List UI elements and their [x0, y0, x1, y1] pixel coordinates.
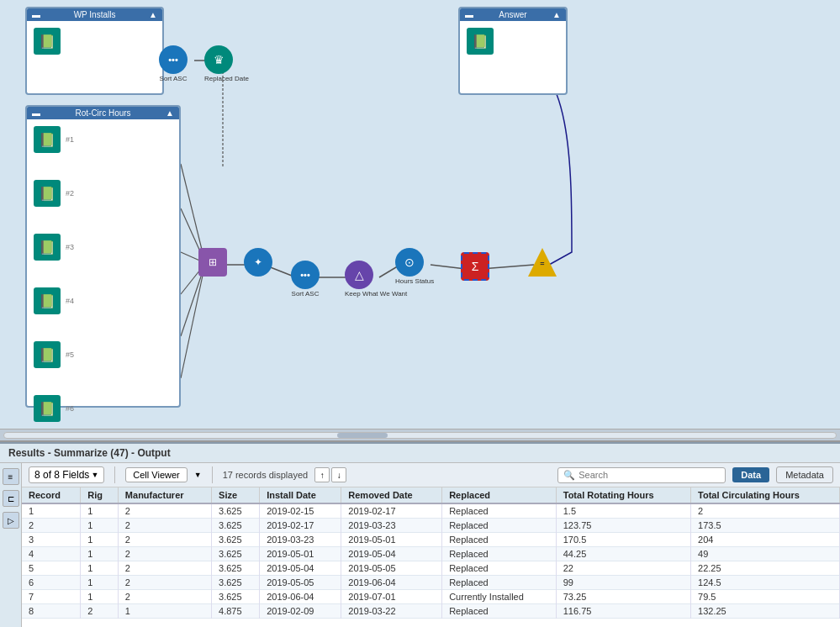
replaced-date-node[interactable]: ♛ [204, 45, 233, 74]
cell-row1-col3: 3.625 [212, 519, 260, 533]
rot-circ-row-4: 📗 #4 [34, 287, 172, 314]
sort-asc-2-node[interactable]: ••• [291, 261, 320, 289]
table-row: 3123.6252019-03-232019-05-01Replaced170.… [22, 533, 840, 547]
cell-row5-col3: 3.625 [212, 576, 260, 590]
rot-circ-row-2: 📗 #2 [34, 180, 172, 207]
cell-row4-col2: 2 [118, 561, 211, 576]
col-total-rotating: Total Rotating Hours [556, 487, 690, 503]
answer-node[interactable]: ▬ Answer ▲ 📗 [458, 7, 568, 95]
wp-installs-title-bar: ▬ WP Installs ▲ [27, 8, 162, 21]
cell-row6-col7: 73.25 [556, 590, 690, 604]
join-group: = [528, 248, 557, 277]
cell-row6-col5: 2019-07-01 [341, 590, 442, 604]
data-button[interactable]: Data [732, 467, 769, 482]
table-row: 7123.6252019-06-042019-07-01Currently In… [22, 590, 840, 604]
rot-circ-book-5: 📗 [34, 341, 61, 368]
search-input[interactable] [578, 470, 720, 480]
answer-collapse[interactable]: ▲ [552, 10, 561, 19]
cell-row4-col1: 1 [81, 561, 119, 576]
sort-up-button[interactable]: ↑ [314, 467, 330, 482]
summarize-node[interactable]: Σ [461, 252, 489, 281]
sort-down-button[interactable]: ↓ [331, 467, 346, 482]
cell-row2-col5: 2019-05-01 [341, 533, 442, 547]
results-side-panel: ≡ ⊏ ▷ [0, 463, 22, 627]
col-manufacturer: Manufacturer [118, 487, 211, 503]
cell-row5-col1: 1 [81, 576, 119, 590]
results-table-container[interactable]: Record Rig Manufacturer Size Install Dat… [22, 487, 840, 627]
rot-circ-title-icon: ▬ [32, 108, 40, 118]
results-title-bar: Results - Summarize (47) - Output [0, 444, 840, 463]
cell-row0-col5: 2019-02-17 [341, 503, 442, 519]
rot-circ-node[interactable]: ▬ Rot-Circ Hours ▲ 📗 #1 📗 #2 📗 #3 📗 #4 [25, 105, 181, 408]
col-removed-date: Removed Date [341, 487, 442, 503]
keep-what-node[interactable]: △ [345, 261, 373, 289]
col-rig: Rig [81, 487, 119, 503]
cell-row6-col6: Currently Installed [442, 590, 557, 604]
replaced-date-group: ♛ Replaced Date [204, 45, 249, 82]
cell-row7-col2: 1 [118, 604, 211, 619]
cell-row3-col3: 3.625 [212, 547, 260, 561]
results-icon-menu[interactable]: ≡ [3, 468, 19, 485]
results-toolbar: 8 of 8 Fields ▼ Cell Viewer ▼ 17 records… [22, 463, 840, 487]
cell-viewer-button[interactable]: Cell Viewer [125, 467, 187, 482]
cell-row0-col4: 2019-02-15 [260, 503, 341, 519]
table-row: 2123.6252019-02-172019-03-23Replaced123.… [22, 519, 840, 533]
table-row: 4123.6252019-05-012019-05-04Replaced44.2… [22, 547, 840, 561]
cell-row7-col6: Replaced [442, 604, 557, 619]
rot-circ-row-5: 📗 #5 [34, 341, 172, 368]
fields-selector[interactable]: 8 of 8 Fields ▼ [29, 466, 104, 483]
cell-row6-col2: 2 [118, 590, 211, 604]
toolbar-divider-2 [212, 466, 213, 483]
sort-asc-2-group: ••• Sort ASC [291, 261, 320, 298]
rot-circ-row-3: 📗 #3 [34, 234, 172, 261]
hours-status-node[interactable]: ⊙ [395, 248, 424, 277]
fields-label: 8 of 8 Fields [34, 469, 89, 481]
svg-line-2 [181, 164, 203, 256]
canvas-scrollbar-thumb[interactable] [337, 433, 388, 438]
rot-circ-body: 📗 #1 📗 #2 📗 #3 📗 #4 📗 #5 📗 #6 [27, 119, 179, 429]
canvas-scrollbar[interactable] [0, 429, 840, 440]
sort-asc-1-label: Sort ASC [159, 75, 188, 82]
results-icon-select[interactable]: ▷ [3, 512, 19, 529]
answer-book-icon: 📗 [467, 28, 494, 55]
canvas-area: ▬ WP Installs ▲ 📗 ▬ Answer ▲ 📗 ▬ Rot-Cir… [0, 0, 840, 442]
table-row: 5123.6252019-05-042019-05-05Replaced2222… [22, 561, 840, 576]
cell-row2-col2: 2 [118, 533, 211, 547]
cell-row1-col5: 2019-03-23 [341, 519, 442, 533]
radial-node[interactable]: ✦ [244, 248, 272, 277]
cell-row7-col7: 116.75 [556, 604, 690, 619]
svg-line-7 [181, 271, 203, 378]
records-label: 17 records displayed [223, 470, 309, 480]
rot-circ-label-5: #5 [66, 350, 74, 359]
search-box[interactable]: 🔍 [557, 467, 726, 483]
rot-circ-label-1: #1 [66, 135, 74, 144]
union-node[interactable]: ⊞ [198, 248, 227, 277]
rot-circ-collapse[interactable]: ▲ [166, 108, 174, 118]
cell-row2-col7: 170.5 [556, 533, 690, 547]
rot-circ-book-2: 📗 [34, 180, 61, 207]
cell-viewer-arrow[interactable]: ▼ [194, 471, 202, 479]
cell-row4-col6: Replaced [442, 561, 557, 576]
cell-row3-col0: 4 [22, 547, 81, 561]
metadata-button[interactable]: Metadata [776, 466, 833, 483]
join-node[interactable]: = [528, 248, 557, 277]
wp-installs-node[interactable]: ▬ WP Installs ▲ 📗 [25, 7, 164, 95]
canvas-scrollbar-track[interactable] [3, 432, 837, 439]
summarize-group: Σ [461, 252, 489, 281]
wp-installs-title: WP Installs [74, 10, 116, 19]
cell-row0-col7: 1.5 [556, 503, 690, 519]
cell-row4-col4: 2019-05-04 [260, 561, 341, 576]
cell-row5-col2: 2 [118, 576, 211, 590]
cell-row4-col3: 3.625 [212, 561, 260, 576]
rot-circ-label-2: #2 [66, 189, 74, 198]
sort-asc-1-node[interactable]: ••• [159, 45, 188, 74]
wp-installs-collapse[interactable]: ▲ [149, 10, 157, 19]
cell-row1-col4: 2019-02-17 [260, 519, 341, 533]
cell-row5-col8: 124.5 [691, 576, 840, 590]
table-row: 8214.8752019-02-092019-03-22Replaced116.… [22, 604, 840, 619]
hours-status-label: Hours Status [395, 277, 434, 285]
keep-what-label: Keep What We Want [345, 290, 387, 298]
results-icon-filter[interactable]: ⊏ [3, 490, 19, 507]
cell-row1-col1: 1 [81, 519, 119, 533]
cell-row1-col6: Replaced [442, 519, 557, 533]
